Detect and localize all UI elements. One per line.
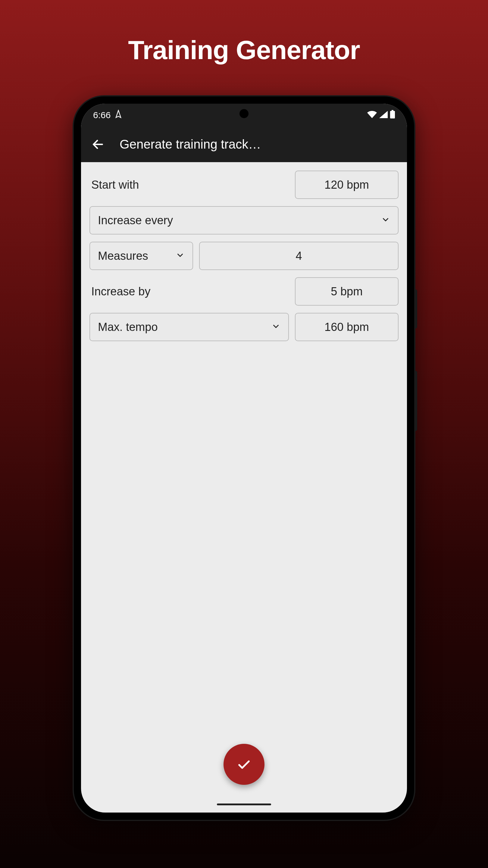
phone-screen: 6:66 [81,104,407,812]
status-icon [115,110,122,121]
increase-every-label: Increase every [98,214,173,227]
max-tempo-dropdown[interactable]: Max. tempo [90,313,289,341]
app-bar: Generate training track… [81,127,407,162]
unit-dropdown[interactable]: Measures [90,242,193,270]
check-icon [237,757,251,772]
max-tempo-input[interactable]: 160 bpm [295,313,398,341]
promo-title: Training Generator [0,0,488,65]
start-with-input[interactable]: 120 bpm [295,170,398,199]
chevron-down-icon [381,214,390,227]
increase-every-dropdown[interactable]: Increase every [90,206,398,235]
form-content: Start with 120 bpm Increase every Measur… [81,162,407,357]
unit-label: Measures [98,250,148,262]
max-tempo-label: Max. tempo [98,321,158,334]
chevron-down-icon [175,250,185,262]
phone-frame: 6:66 [74,96,414,820]
status-time: 6:66 [93,110,110,120]
phone-side-button [414,371,417,431]
battery-icon [390,110,395,121]
signal-icon [379,110,388,120]
chevron-down-icon [271,321,281,334]
unit-value-input[interactable]: 4 [199,242,398,270]
start-with-label: Start with [90,179,289,191]
increase-by-input[interactable]: 5 bpm [295,277,398,306]
phone-side-button [414,289,417,329]
back-button[interactable] [91,137,105,152]
svg-rect-0 [392,110,393,111]
camera-notch [239,109,249,118]
confirm-fab[interactable] [224,744,264,785]
increase-by-label: Increase by [90,285,289,298]
nav-indicator[interactable] [217,804,271,805]
page-title: Generate training track… [120,137,261,152]
arrow-left-icon [91,138,104,151]
svg-rect-1 [390,111,395,119]
wifi-icon [367,110,377,120]
